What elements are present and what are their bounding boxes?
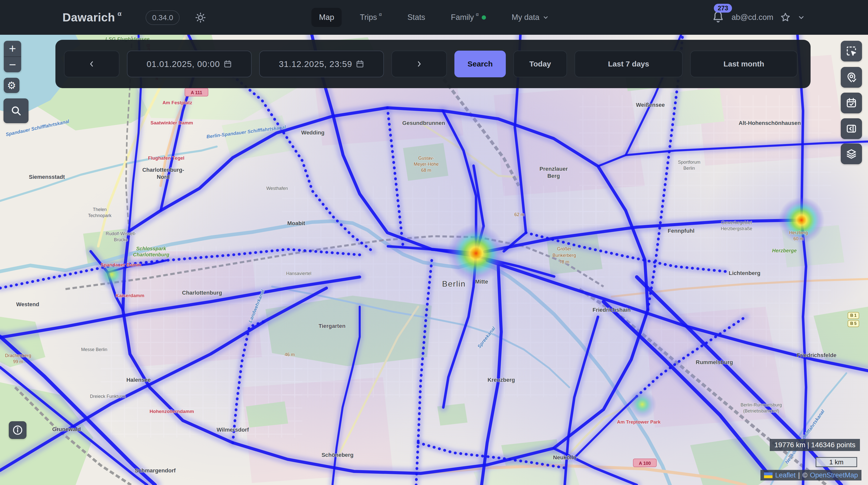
tab-family[interactable]: Familyα — [443, 8, 493, 27]
tab-trips[interactable]: Tripsα — [352, 8, 390, 27]
map-label: Meyer-Höhe — [413, 162, 438, 167]
zoom-out-button[interactable]: − — [4, 57, 21, 72]
tab-map[interactable]: Map — [311, 8, 342, 27]
map-label: Kaiserdamm — [116, 293, 144, 298]
last-month-button[interactable]: Last month — [690, 51, 798, 77]
app-logo[interactable]: Dawarichα — [62, 0, 122, 35]
map-settings-button[interactable]: ⚙ — [4, 78, 20, 93]
road-shield: B 1 — [848, 312, 859, 319]
calendar-select-button[interactable] — [841, 93, 862, 113]
map-label: Schlosspark — [136, 246, 166, 251]
map-scale-bar: 1 km — [816, 457, 857, 467]
user-email[interactable]: ab@cd.com — [732, 13, 773, 22]
zoom-in-button[interactable]: + — [4, 41, 21, 56]
app-name: Dawarich — [62, 11, 115, 24]
date-range-toolbar: 01.01.2025, 00:00 31.12.2025, 23:59 Sear… — [55, 40, 811, 88]
layers-button[interactable] — [841, 143, 862, 164]
map-label: Grunewald — [52, 426, 81, 432]
map-label: 68 m — [421, 168, 431, 173]
prev-period-button[interactable] — [64, 51, 119, 77]
map-label: Prenzlauer — [539, 166, 568, 172]
map-label: Sportforum — [678, 160, 700, 165]
map-label: Moabit — [287, 220, 306, 226]
info-icon — [12, 424, 24, 436]
map-label: Nord — [157, 174, 169, 180]
chevron-down-icon — [542, 14, 549, 21]
map-label: Gesundbrunnen — [402, 120, 445, 126]
map-label: Flughafen Tegel — [148, 155, 184, 161]
alpha-badge: α — [476, 11, 478, 17]
map-label: Westhafen — [266, 186, 288, 191]
notification-count-badge[interactable]: 273 — [714, 4, 732, 12]
map-label: Wedding — [301, 129, 324, 136]
map-label: Berg — [547, 173, 560, 179]
alpha-badge: α — [379, 11, 382, 17]
map-label: Westend — [16, 301, 39, 308]
svg-text:A 100: A 100 — [639, 461, 651, 466]
map-label: Spandauer Damm — [100, 262, 141, 267]
map-label: Halensee — [126, 377, 151, 383]
map-label: Großer — [557, 246, 571, 251]
panel-toggle-button[interactable] — [841, 118, 862, 139]
map-label: Mitte — [475, 279, 488, 285]
map-label: Charlottenburg- — [142, 167, 184, 173]
map-label: Technopark — [88, 213, 112, 218]
points-value: 146346 points — [811, 441, 856, 449]
map-label: Charlottenburg — [133, 252, 169, 257]
map-label: 60 m — [794, 236, 804, 241]
ukraine-flag-icon — [764, 473, 773, 478]
main-nav: MapTripsαStatsFamilyαMy data — [311, 0, 556, 35]
end-datetime-value: 31.12.2025, 23:59 — [279, 59, 352, 69]
tab-my-data[interactable]: My data — [504, 8, 556, 27]
next-period-button[interactable] — [392, 51, 447, 77]
heatmap-hotspot — [447, 224, 505, 283]
map-label: Lichtenberg — [729, 270, 761, 276]
search-button[interactable]: Search — [455, 51, 506, 77]
map-svg: SiemensstadtCharlottenburg-NordWeddingGe… — [0, 35, 868, 485]
visited-places-icon — [845, 71, 857, 83]
today-button[interactable]: Today — [513, 51, 567, 77]
user-cluster: 273 ab@cd.com — [712, 0, 805, 35]
version-badge: 0.34.0 — [146, 10, 180, 25]
last-7-days-button[interactable]: Last 7 days — [575, 51, 683, 77]
chevron-down-icon[interactable] — [798, 13, 805, 21]
panel-toggle-icon — [845, 123, 857, 134]
road-shield: A 100 — [633, 459, 656, 467]
map-label: Berlin — [683, 166, 695, 171]
map-label: Am Festplatz — [162, 100, 192, 105]
map-search-button[interactable] — [3, 98, 28, 123]
distance-value: 19776 km — [774, 441, 805, 449]
end-datetime-input[interactable]: 31.12.2025, 23:59 — [259, 51, 384, 77]
map-canvas[interactable]: SiemensstadtCharlottenburg-NordWeddingGe… — [0, 35, 868, 485]
tab-stats[interactable]: Stats — [400, 8, 433, 27]
osm-link[interactable]: OpenStreetMap — [810, 472, 858, 479]
start-datetime-input[interactable]: 01.01.2025, 00:00 — [127, 51, 252, 77]
info-button[interactable] — [9, 421, 26, 439]
map-label: Messe Berlin — [81, 347, 107, 352]
notifications-button[interactable]: 273 — [712, 10, 725, 25]
map-label: Schöneberg — [321, 452, 353, 458]
stats-separator: | — [807, 441, 809, 449]
map-label: Hohenzollerndamm — [150, 409, 194, 414]
map-label: Am Treptower Park — [617, 419, 661, 425]
leaflet-link[interactable]: Leaflet — [775, 472, 796, 479]
area-select-icon — [845, 45, 857, 57]
start-datetime-value: 01.01.2025, 00:00 — [147, 59, 220, 69]
map-label: Weißensee — [636, 102, 665, 108]
map-label: Thelen — [93, 207, 106, 212]
star-icon[interactable] — [780, 12, 791, 23]
map-label: Wilmersdorf — [217, 427, 249, 433]
svg-text:B 1: B 1 — [850, 313, 857, 318]
map-label: Drachenberg — [5, 353, 31, 358]
map-label: Schmargendorf — [135, 467, 176, 474]
map-label: Siemensstadt — [29, 174, 65, 180]
map-label: Herzberg — [789, 230, 808, 235]
area-select-button[interactable] — [841, 41, 862, 61]
calendar-check-icon — [845, 97, 857, 109]
map-label: Brücke — [114, 237, 128, 242]
theme-toggle[interactable] — [194, 11, 207, 24]
map-attribution: Leaflet | © OpenStreetMap — [761, 470, 862, 481]
visited-places-button[interactable] — [841, 67, 862, 88]
svg-text:A 111: A 111 — [191, 90, 202, 95]
magnifier-icon — [10, 105, 22, 117]
